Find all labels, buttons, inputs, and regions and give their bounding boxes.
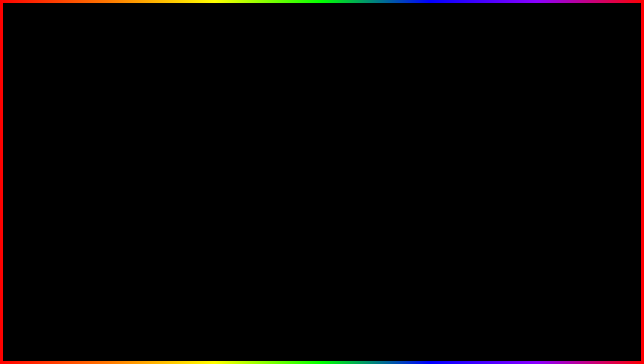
- auto-buy-chip-label: Auto Buy Chip Raid: [305, 138, 340, 142]
- right-ui-window: Zaq Z 👤 Player ✂ Pvp Misc 📍 Teleport/Sv …: [262, 115, 435, 229]
- gear-icon: ⚙: [66, 159, 72, 165]
- player-icon: 👤: [66, 169, 72, 175]
- nav-main-label: Main: [74, 140, 84, 145]
- teleport-lab-button[interactable]: Teleport to Lab: [305, 183, 432, 193]
- auto-random-row: Auto Random Surprise: [105, 178, 222, 186]
- bottom-v4: V4: [262, 308, 311, 354]
- nav-teleport-label: Teleport/Sv: [74, 190, 96, 195]
- right-misc-icon: ☰: [267, 189, 272, 195]
- nav-player[interactable]: 👤 Player: [62, 167, 101, 177]
- home2-icon: 🏠: [66, 149, 72, 155]
- auto-buy-chip-row: Auto Buy Chip Raid: [305, 136, 432, 145]
- select-weapon-row: Select Weapon : Melee ▶: [105, 138, 222, 143]
- auto-awake-row: Auto Awake: [305, 172, 432, 181]
- right-nav-raid[interactable]: 🎯 Raid: [263, 167, 301, 177]
- right-nav-pvp[interactable]: ✂ Pvp Misc: [263, 147, 301, 157]
- weapon-arrow-icon: ▶: [219, 138, 222, 143]
- right-nav-teleport[interactable]: 📍 Teleport/Sv: [263, 157, 301, 167]
- right-content-panel: Select Dungeon : Dough ▶ Auto Buy Chip R…: [302, 123, 435, 228]
- right-nav-shop[interactable]: 🛒 Shop: [263, 177, 301, 187]
- farm-divider: Farm: [105, 145, 222, 150]
- bottom-race: RACE: [142, 308, 255, 354]
- dungeon-select-row: Select Dungeon : Dough ▶: [305, 125, 432, 133]
- auto-random-label: Auto Random Surprise: [105, 180, 145, 184]
- nav-main[interactable]: 🏠 Main: [62, 137, 101, 147]
- right-nav-pvp-label: Pvp Misc: [275, 150, 292, 155]
- nav-main2[interactable]: 🏠 Main 2: [62, 147, 101, 157]
- nav-settings[interactable]: ⚙ Settings: [62, 157, 101, 167]
- right-nav-teleport-label: Teleport/Sv: [275, 160, 296, 165]
- nav-settings-label: Settings: [74, 160, 90, 165]
- auto-next-island-label: Auto Next Island: [305, 156, 334, 160]
- right-pvp-icon: ✂: [267, 149, 272, 155]
- right-nav-sidebar: 👤 Player ✂ Pvp Misc 📍 Teleport/Sv 🎯 Raid…: [263, 134, 301, 200]
- right-raid-icon: 🎯: [267, 169, 272, 175]
- right-nav-player-label: Player: [275, 140, 287, 145]
- kill-aura-label: Kill Aura: [305, 165, 320, 169]
- auto-farm-bone-row: Auto Farm Bone: [105, 170, 222, 178]
- nav-player-label: Player: [74, 170, 87, 175]
- bottom-update: UPDATE: [0, 308, 135, 354]
- auto-farm-level-row: Auto Farm Level: [105, 153, 222, 162]
- discord-button[interactable]: Copy Link Discord Server: [105, 125, 222, 135]
- left-nav-sidebar: 🏠 Main 🏠 Main 2 ⚙ Settings 👤 Player ✂ Pv…: [62, 134, 101, 200]
- left-ui-window: Zaq Z 🏠 Main 🏠 Main 2 ⚙ Settings 👤 Playe…: [62, 115, 225, 229]
- teleport-icon: 📍: [66, 189, 72, 195]
- right-nav-shop-label: Shop: [275, 180, 285, 185]
- right-nav-raid-label: Raid: [275, 170, 284, 175]
- nav-teleport[interactable]: 📍 Teleport/Sv: [62, 187, 101, 197]
- stop-tween-button[interactable]: Stop Tween: [305, 194, 432, 205]
- bottom-title: UPDATE RACE V4 SCRIPT PASTEBIN: [0, 308, 644, 354]
- dungeon-arrow-icon: ▶: [429, 127, 432, 131]
- pvp-icon: ✂: [66, 179, 72, 185]
- farm-line-left: [105, 147, 155, 148]
- auto-next-island-row: Auto Next Island: [305, 154, 432, 163]
- nav-main2-label: Main 2: [74, 150, 87, 155]
- left-content-panel: Copy Link Discord Server Select Weapon :…: [102, 123, 225, 228]
- nav-pvp-label: Pvp Misc: [74, 180, 92, 185]
- auto-farm-bone-label: Auto Farm Bone: [105, 172, 134, 176]
- home-icon: 🏠: [66, 139, 72, 145]
- bottom-script: SCRIPT: [318, 308, 464, 354]
- nav-pvp[interactable]: ✂ Pvp Misc: [62, 177, 101, 187]
- farm-line-right: [171, 147, 222, 148]
- right-player-icon: 👤: [267, 139, 272, 145]
- right-teleport-icon: 📍: [267, 159, 272, 165]
- kill-aura-row: Kill Aura: [305, 163, 432, 172]
- farm-label: Farm: [158, 145, 168, 150]
- right-nav-misc[interactable]: ☰ Misc: [263, 187, 301, 197]
- right-nav-player[interactable]: 👤 Player: [263, 137, 301, 147]
- auto-farm-level-label: Auto Farm Level: [105, 155, 134, 160]
- mob-aura-label: Mob Aura Farm: [105, 164, 132, 168]
- mob-aura-row: Mob Aura Farm: [105, 162, 222, 170]
- bottom-pastebin: PASTEBIN: [471, 308, 644, 354]
- right-nav-misc-label: Misc: [275, 190, 284, 195]
- auto-awake-label: Auto Awake: [305, 174, 326, 178]
- dungeon-select-label: Select Dungeon : Dough: [305, 127, 349, 131]
- right-shop-icon: 🛒: [267, 179, 272, 185]
- main-title: BLOX FRUITS: [0, 7, 644, 83]
- auto-start-raid-label: Auto Start Raid: [305, 147, 332, 151]
- select-weapon-label: Select Weapon : Melee: [105, 138, 146, 143]
- auto-farm-level-toggle[interactable]: [212, 155, 222, 160]
- auto-start-raid-row: Auto Start Raid: [305, 145, 432, 154]
